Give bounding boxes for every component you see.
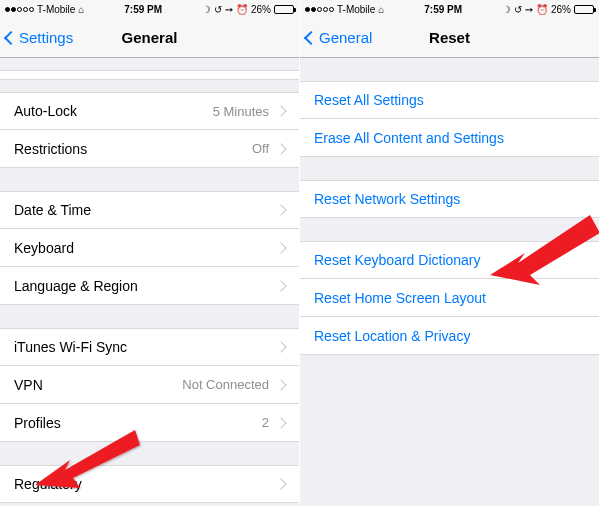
row-label: Reset Location & Privacy (314, 328, 470, 344)
status-bar: T-Mobile ⌂ 7:59 PM ☽ ↺ ➙ ⏰ 26% (0, 0, 299, 18)
carrier-label: T-Mobile (337, 4, 375, 15)
alarm-icon: ⏰ (536, 4, 548, 15)
signal-dots-icon (305, 7, 334, 12)
row-label: Reset Network Settings (314, 191, 460, 207)
location-icon: ➙ (525, 4, 533, 15)
status-right: ☽ ↺ ➙ ⏰ 26% (502, 4, 594, 15)
chevron-right-icon (275, 143, 286, 154)
chevron-left-icon (304, 30, 318, 44)
row-keyboard[interactable]: Keyboard (0, 229, 299, 267)
row-value: Off (252, 141, 269, 156)
status-left: T-Mobile ⌂ (5, 4, 84, 15)
row-label: Restrictions (14, 141, 87, 157)
status-time: 7:59 PM (424, 4, 462, 15)
chevron-right-icon (275, 280, 286, 291)
chevron-right-icon (275, 204, 286, 215)
row-label: Reset Home Screen Layout (314, 290, 486, 306)
battery-icon (274, 5, 294, 14)
chevron-right-icon (275, 478, 286, 489)
svg-marker-0 (35, 430, 140, 488)
lock-rotation-icon: ↺ (214, 4, 222, 15)
nav-back-label: General (319, 29, 372, 46)
row-itunes-wifi[interactable]: iTunes Wi-Fi Sync (0, 328, 299, 366)
row-vpn[interactable]: VPN Not Connected (0, 366, 299, 404)
chevron-right-icon (275, 105, 286, 116)
status-bar: T-Mobile ⌂ 7:59 PM ☽ ↺ ➙ ⏰ 26% (300, 0, 599, 18)
annotation-arrow-icon (35, 420, 145, 500)
chevron-right-icon (275, 379, 286, 390)
nav-back-button[interactable]: General (300, 29, 372, 46)
status-left: T-Mobile ⌂ (305, 4, 384, 15)
row-language-region[interactable]: Language & Region (0, 267, 299, 305)
row-datetime[interactable]: Date & Time (0, 191, 299, 229)
wifi-icon: ⌂ (378, 4, 384, 15)
lock-rotation-icon: ↺ (514, 4, 522, 15)
status-right: ☽ ↺ ➙ ⏰ 26% (202, 4, 294, 15)
chevron-right-icon (275, 417, 286, 428)
moon-icon: ☽ (502, 4, 511, 15)
nav-bar: Settings General (0, 18, 299, 58)
chevron-left-icon (4, 30, 18, 44)
row-reset-network[interactable]: Reset Network Settings (300, 180, 599, 218)
row-label: Keyboard (14, 240, 74, 256)
row-label: Auto-Lock (14, 103, 77, 119)
row-label: Reset All Settings (314, 92, 424, 108)
row-label: Date & Time (14, 202, 91, 218)
chevron-right-icon (275, 341, 286, 352)
row-erase-all[interactable]: Erase All Content and Settings (300, 119, 599, 157)
row-value: 5 Minutes (213, 104, 269, 119)
phone-general: T-Mobile ⌂ 7:59 PM ☽ ↺ ➙ ⏰ 26% Settings … (0, 0, 300, 506)
chevron-right-icon (275, 242, 286, 253)
status-time: 7:59 PM (124, 4, 162, 15)
row-label: iTunes Wi-Fi Sync (14, 339, 127, 355)
annotation-arrow-icon (490, 215, 600, 305)
row-label: Language & Region (14, 278, 138, 294)
moon-icon: ☽ (202, 4, 211, 15)
row-value: Not Connected (182, 377, 269, 392)
carrier-label: T-Mobile (37, 4, 75, 15)
row-label: Erase All Content and Settings (314, 130, 504, 146)
signal-dots-icon (5, 7, 34, 12)
nav-back-button[interactable]: Settings (0, 29, 73, 46)
nav-back-label: Settings (19, 29, 73, 46)
wifi-icon: ⌂ (78, 4, 84, 15)
svg-marker-1 (490, 215, 600, 285)
row-label: Reset Keyboard Dictionary (314, 252, 481, 268)
row-value: 2 (262, 415, 269, 430)
location-icon: ➙ (225, 4, 233, 15)
row-restrictions[interactable]: Restrictions Off (0, 130, 299, 168)
row-autolock[interactable]: Auto-Lock 5 Minutes (0, 92, 299, 130)
phone-reset: T-Mobile ⌂ 7:59 PM ☽ ↺ ➙ ⏰ 26% General R… (300, 0, 600, 506)
row-reset-all-settings[interactable]: Reset All Settings (300, 81, 599, 119)
battery-icon (574, 5, 594, 14)
nav-bar: General Reset (300, 18, 599, 58)
battery-pct: 26% (551, 4, 571, 15)
battery-pct: 26% (251, 4, 271, 15)
row-reset-location-privacy[interactable]: Reset Location & Privacy (300, 317, 599, 355)
row-label: VPN (14, 377, 43, 393)
alarm-icon: ⏰ (236, 4, 248, 15)
